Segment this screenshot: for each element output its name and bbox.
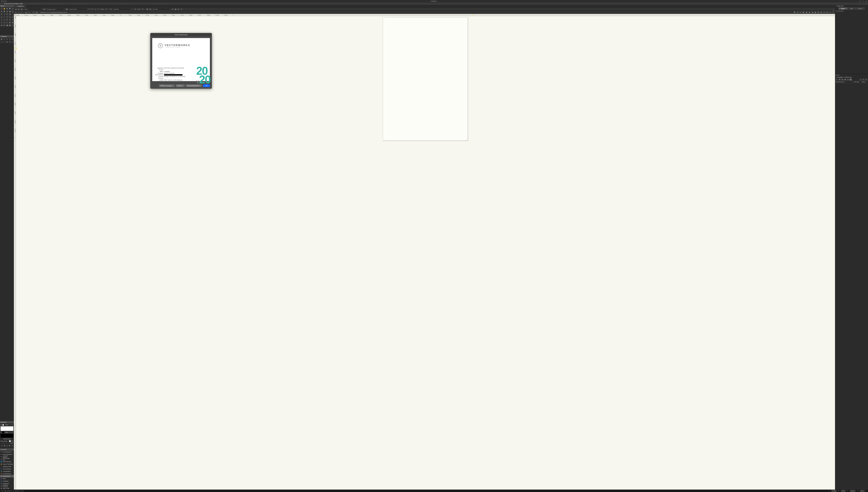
- col-referenced-file[interactable]: Referenced File▴: [835, 81, 854, 83]
- polygon-tool[interactable]: ◆: [9, 10, 11, 13]
- notifications-icon[interactable]: ▲: [859, 0, 861, 2]
- freehand-tool[interactable]: ∿: [6, 19, 8, 21]
- close-tab-icon[interactable]: ×: [16, 5, 17, 7]
- disp-4-icon[interactable]: ◐: [808, 11, 811, 14]
- flyover-icon[interactable]: ✈: [180, 8, 183, 10]
- disp-8-icon[interactable]: ▤: [820, 11, 822, 14]
- toolset-building-shell[interactable]: ⌂Building Shell: [0, 465, 14, 468]
- toolset-furn-fixtures[interactable]: 🪑Furn/Fixtures: [0, 472, 14, 475]
- toolset-tool[interactable]: ⟷Constrained Li…: [0, 451, 14, 453]
- rotate-ccw-icon[interactable]: ↺: [134, 8, 136, 10]
- snap-smart-edge[interactable]: ⎯: [3, 41, 5, 43]
- fillet-tool[interactable]: ⬔: [6, 24, 8, 27]
- layer-select[interactable]: Design Layer-1: [46, 8, 65, 10]
- document-tab[interactable]: × Untitled 1: [14, 5, 26, 8]
- layer-vis-icon[interactable]: ▤: [43, 8, 46, 10]
- navigation-header[interactable]: × Navigation - References: [835, 76, 868, 78]
- snap-smart-pt[interactable]: ⊗: [11, 38, 14, 40]
- walkthrough-tool[interactable]: ⭮: [11, 7, 14, 10]
- clip-cube-icon[interactable]: ◫: [178, 8, 180, 10]
- callout-tool[interactable]: ↘: [0, 16, 3, 18]
- reg-polygon-tool[interactable]: ⬡: [11, 16, 14, 18]
- palette-menu-icon[interactable]: ⋯: [12, 449, 14, 450]
- mode-1[interactable]: ▭: [15, 11, 17, 14]
- view-cube-icon[interactable]: ◫: [109, 8, 112, 10]
- disp-9-icon[interactable]: ◫: [823, 11, 825, 14]
- nav-sheet-layers-icon[interactable]: ▥: [841, 78, 843, 81]
- marker-end-arrow[interactable]: ▶: [9, 445, 10, 446]
- mirror-tool[interactable]: ⮂: [0, 24, 3, 27]
- mode-6[interactable]: ◫: [32, 11, 35, 14]
- render-select[interactable]: 2D Plan: [152, 8, 171, 10]
- rotate-cw-icon[interactable]: ↻: [141, 8, 144, 10]
- palette-menu-icon[interactable]: ⋯: [12, 421, 14, 423]
- oi-tab-shape[interactable]: Shape: [839, 7, 847, 9]
- toolset-tool[interactable]: ⟷Arc Length Dim…: [0, 458, 14, 460]
- toolset--d-modeling[interactable]: ◫3D Modeling: [0, 468, 14, 470]
- mode-4[interactable]: ▬: [25, 11, 27, 14]
- nav-viewports-icon[interactable]: ▦: [844, 78, 846, 81]
- gear-icon[interactable]: ⚙: [796, 11, 799, 14]
- nav-back-button[interactable]: ◀: [15, 8, 17, 10]
- ruler-vertical[interactable]: 1000200030001000200030004000500060007000…: [14, 16, 16, 490]
- toolset-visualization[interactable]: 👁Visualization: [0, 470, 14, 472]
- marker-end-none[interactable]: •: [11, 445, 13, 446]
- traffic-zoom[interactable]: [5, 1, 7, 2]
- fill-swatch[interactable]: [2, 424, 4, 426]
- zoom-value[interactable]: 100%: [100, 8, 105, 10]
- snap-working-plane[interactable]: ▱: [11, 41, 14, 43]
- snap-distance[interactable]: ⇢: [0, 41, 3, 43]
- fit-page-icon[interactable]: ⛶: [88, 8, 90, 10]
- palette-menu-icon[interactable]: ⋯: [12, 5, 14, 7]
- clip-tool[interactable]: ⬚: [6, 21, 8, 24]
- multi-view-icon[interactable]: ▦: [146, 8, 149, 10]
- toolset-dims-notes[interactable]: ⟷Dims/Notes: [0, 475, 14, 477]
- snap-constraint[interactable]: ⊡: [9, 41, 11, 43]
- marker-mid[interactable]: ⎯: [6, 445, 8, 446]
- line-tool[interactable]: ⟋: [3, 13, 5, 16]
- col-status[interactable]: Status: [862, 81, 868, 83]
- unified-view-icon[interactable]: ▣: [175, 8, 177, 10]
- traffic-close[interactable]: [1, 1, 2, 2]
- toolset-mep[interactable]: ⦿MEP: [0, 477, 14, 480]
- toolset-machine-compon-[interactable]: ⚙Machine Compon…: [0, 485, 14, 487]
- pen-swatch[interactable]: [2, 432, 4, 433]
- panel-handle[interactable]: ⋯: [0, 420, 14, 421]
- oi-tab-render[interactable]: Render: [856, 7, 865, 9]
- quick-prefs-button[interactable]: ▾: [832, 8, 835, 13]
- chamfer-tool[interactable]: ◩: [9, 24, 11, 27]
- quarter-arc-tool[interactable]: ◟: [0, 19, 3, 21]
- double-line-tool[interactable]: ⎯: [11, 13, 14, 16]
- ruler-horizontal[interactable]: 1200011000100009000800070006000500040003…: [16, 14, 835, 16]
- attribute-mapping-tool[interactable]: ↗: [3, 21, 5, 24]
- fill-style-select[interactable]: Solid: [4, 424, 14, 426]
- rectangle-tool[interactable]: ■: [3, 10, 5, 13]
- palette-menu-icon[interactable]: ⋯: [12, 35, 14, 37]
- close-palette-icon[interactable]: ×: [836, 76, 836, 78]
- panel-handle[interactable]: ⋯: [0, 447, 14, 448]
- class-vis-icon[interactable]: ▥: [21, 8, 23, 10]
- attribute-tool[interactable]: ⬛: [11, 24, 14, 27]
- marker-start-none[interactable]: •: [1, 445, 3, 446]
- search-icon[interactable]: 🔍: [793, 11, 796, 14]
- mode-3[interactable]: ⬛: [21, 11, 23, 14]
- plane-select[interactable]: Layer Plane: [69, 8, 88, 10]
- render-settings-icon[interactable]: ◎: [172, 8, 174, 10]
- zoom-out-icon[interactable]: ↘: [94, 8, 97, 10]
- fit-objects-icon[interactable]: ⤧: [91, 8, 94, 10]
- attributes-header[interactable]: Attributes ⋯: [0, 421, 14, 423]
- nav-saved-views-icon[interactable]: 👁: [847, 78, 849, 81]
- rounded-rect-tool[interactable]: ▢: [9, 16, 11, 18]
- render-icon[interactable]: ◐: [149, 8, 151, 10]
- class-select[interactable]: None: [23, 8, 43, 10]
- disp-7-icon[interactable]: ▥: [817, 11, 820, 14]
- rotate-tool[interactable]: ↻: [3, 24, 5, 27]
- panel-handle[interactable]: ⋯: [0, 34, 14, 35]
- nav-new-icon[interactable]: ▭: [860, 78, 862, 81]
- toolset-new-tools[interactable]: 🛠New Tools: [0, 487, 14, 490]
- circle-tool[interactable]: ●: [6, 10, 8, 13]
- snap-object[interactable]: ⊙: [3, 38, 5, 40]
- flyover-tool[interactable]: 🔍: [9, 7, 11, 10]
- disp-10-icon[interactable]: ⊞: [826, 11, 828, 14]
- 2d-reshape-tool[interactable]: ✧: [11, 19, 14, 21]
